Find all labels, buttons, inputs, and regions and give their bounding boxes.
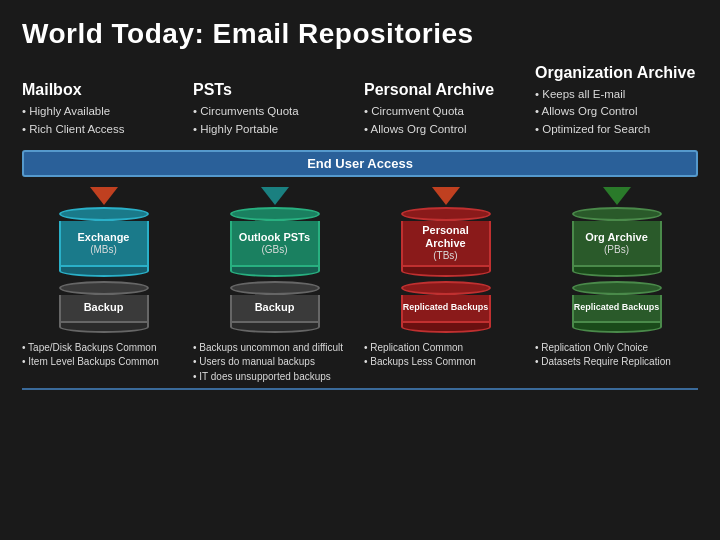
- exchange-cyl-body: Exchange (MBs): [59, 221, 149, 265]
- backup-cyl-top-3: [572, 281, 662, 295]
- psts-arrow: [261, 187, 289, 205]
- page: World Today: Email Repositories Mailbox …: [0, 0, 720, 540]
- bottom-bullet-1-2: IT does unsupported backups: [193, 370, 356, 385]
- backup-cylinder-3: Replicated Backups: [572, 281, 662, 333]
- personal-label: Personal Archive: [403, 224, 489, 250]
- cylinders-row: Exchange (MBs) Outlook PSTs (GBs): [22, 187, 698, 277]
- backup-label-1: Backup: [255, 301, 295, 314]
- bottom-bullet-0-0: Tape/Disk Backups Common: [22, 341, 185, 356]
- mailbox-col: Mailbox Highly Available Rich Client Acc…: [22, 81, 185, 144]
- org-header: Organization Archive: [535, 64, 698, 82]
- psts-cyl-top: [230, 207, 320, 221]
- psts-db-col: Outlook PSTs (GBs): [193, 187, 356, 277]
- psts-bullet-0: Circumvents Quota: [193, 103, 356, 120]
- bottom-bullet-2-1: Backups Less Common: [364, 355, 527, 370]
- psts-cyl-bottom: [230, 265, 320, 277]
- psts-bullets: Circumvents Quota Highly Portable: [193, 103, 356, 138]
- backup-cyl-top-0: [59, 281, 149, 295]
- mailbox-bullets: Highly Available Rich Client Access: [22, 103, 185, 138]
- personal-col: Personal Archive Circumvent Quota Allows…: [364, 81, 527, 144]
- org-bullet-2: Optimized for Search: [535, 121, 698, 138]
- psts-label: Outlook PSTs: [239, 231, 310, 244]
- backup-cyl-bottom-0: [59, 321, 149, 333]
- backup-col-1: Backup: [193, 281, 356, 333]
- backup-cylinder-0: Backup: [59, 281, 149, 333]
- personal-arrow: [432, 187, 460, 205]
- backup-row: Backup Backup Replicated Backups: [22, 281, 698, 333]
- bottom-bullet-1-1: Users do manual backups: [193, 355, 356, 370]
- backup-cyl-top-2: [401, 281, 491, 295]
- backup-cyl-bottom-2: [401, 321, 491, 333]
- bottom-bullet-3-0: Replication Only Choice: [535, 341, 698, 356]
- bottom-col-3: Replication Only Choice Datasets Require…: [535, 341, 698, 385]
- bottom-bullet-0-1: Item Level Backups Common: [22, 355, 185, 370]
- org-label: Org Archive: [585, 231, 648, 244]
- personal-header: Personal Archive: [364, 81, 527, 99]
- psts-header: PSTs: [193, 81, 356, 99]
- exchange-cyl-bottom: [59, 265, 149, 277]
- personal-cyl-top: [401, 207, 491, 221]
- bottom-bullet-2-0: Replication Common: [364, 341, 527, 356]
- backup-cyl-top-1: [230, 281, 320, 295]
- backup-cyl-body-0: Backup: [59, 295, 149, 321]
- org-cyl-bottom: [572, 265, 662, 277]
- backup-cyl-body-1: Backup: [230, 295, 320, 321]
- org-bullet-0: Keeps all E-mail: [535, 86, 698, 103]
- top-headers: Mailbox Highly Available Rich Client Acc…: [22, 64, 698, 144]
- personal-cyl-body: Personal Archive (TBs): [401, 221, 491, 265]
- end-user-bar: End User Access: [22, 150, 698, 177]
- org-col: Organization Archive Keeps all E-mail Al…: [535, 64, 698, 144]
- personal-cylinder: Personal Archive (TBs): [401, 207, 491, 277]
- personal-bullets: Circumvent Quota Allows Org Control: [364, 103, 527, 138]
- backup-col-2: Replicated Backups: [364, 281, 527, 333]
- backup-label-2: Replicated Backups: [403, 302, 489, 313]
- psts-cylinder: Outlook PSTs (GBs): [230, 207, 320, 277]
- psts-sublabel: (GBs): [261, 244, 287, 255]
- exchange-cylinder: Exchange (MBs): [59, 207, 149, 277]
- page-title: World Today: Email Repositories: [22, 18, 698, 50]
- bottom-bullets-row: Tape/Disk Backups Common Item Level Back…: [22, 341, 698, 385]
- backup-col-0: Backup: [22, 281, 185, 333]
- mailbox-bullet-1: Rich Client Access: [22, 121, 185, 138]
- backup-cyl-body-3: Replicated Backups: [572, 295, 662, 321]
- org-sublabel: (PBs): [604, 244, 629, 255]
- org-arrow: [603, 187, 631, 205]
- bottom-col-2: Replication Common Backups Less Common: [364, 341, 527, 385]
- org-cylinder: Org Archive (PBs): [572, 207, 662, 277]
- backup-cyl-bottom-3: [572, 321, 662, 333]
- org-cyl-body: Org Archive (PBs): [572, 221, 662, 265]
- exchange-cyl-top: [59, 207, 149, 221]
- bottom-col-1: Backups uncommon and difficult Users do …: [193, 341, 356, 385]
- bottom-bullet-1-0: Backups uncommon and difficult: [193, 341, 356, 356]
- backup-label-3: Replicated Backups: [574, 302, 660, 313]
- psts-bullet-1: Highly Portable: [193, 121, 356, 138]
- backup-col-3: Replicated Backups: [535, 281, 698, 333]
- backup-cylinder-2: Replicated Backups: [401, 281, 491, 333]
- backup-cyl-body-2: Replicated Backups: [401, 295, 491, 321]
- personal-db-col: Personal Archive (TBs): [364, 187, 527, 277]
- psts-cyl-body: Outlook PSTs (GBs): [230, 221, 320, 265]
- backup-cylinder-1: Backup: [230, 281, 320, 333]
- exchange-label: Exchange: [78, 231, 130, 244]
- psts-col: PSTs Circumvents Quota Highly Portable: [193, 81, 356, 144]
- backup-cyl-bottom-1: [230, 321, 320, 333]
- exchange-arrow: [90, 187, 118, 205]
- bottom-bullet-3-1: Datasets Require Replication: [535, 355, 698, 370]
- personal-bullet-0: Circumvent Quota: [364, 103, 527, 120]
- org-db-col: Org Archive (PBs): [535, 187, 698, 277]
- mailbox-bullet-0: Highly Available: [22, 103, 185, 120]
- bottom-col-0: Tape/Disk Backups Common Item Level Back…: [22, 341, 185, 385]
- exchange-sublabel: (MBs): [90, 244, 117, 255]
- backup-label-0: Backup: [84, 301, 124, 314]
- exchange-db-col: Exchange (MBs): [22, 187, 185, 277]
- personal-cyl-bottom: [401, 265, 491, 277]
- bottom-divider: [22, 388, 698, 390]
- org-cyl-top: [572, 207, 662, 221]
- org-bullet-1: Allows Org Control: [535, 103, 698, 120]
- personal-bullet-1: Allows Org Control: [364, 121, 527, 138]
- mailbox-header: Mailbox: [22, 81, 185, 99]
- personal-sublabel: (TBs): [433, 250, 457, 261]
- org-bullets: Keeps all E-mail Allows Org Control Opti…: [535, 86, 698, 138]
